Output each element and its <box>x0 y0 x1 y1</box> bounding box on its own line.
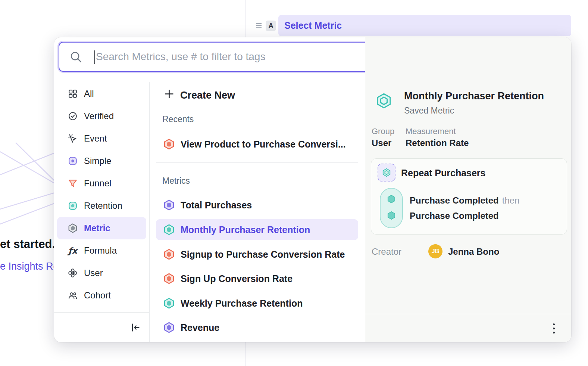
hexagon-orange-icon <box>163 273 175 284</box>
metric-item-total-purchases[interactable]: Total Purchases <box>156 195 358 215</box>
hexagon-purple-icon <box>163 322 175 333</box>
sidebar-item-label: User <box>84 268 103 278</box>
select-metric-field[interactable]: Select Metric <box>278 15 571 36</box>
sidebar-item-formula[interactable]: Formula <box>57 239 146 262</box>
recent-metric-item[interactable]: View Product to Purchase Conversi... <box>156 134 358 155</box>
creator-label: Creator <box>372 246 401 257</box>
detail-footer <box>365 314 572 342</box>
sidebar-item-retention[interactable]: Retention <box>57 195 146 217</box>
sidebar-item-label: Simple <box>84 156 111 166</box>
cohort-people-icon <box>68 290 78 301</box>
metric-picker-modal: All Verified Event Simple <box>54 37 571 342</box>
hexagon-orange-icon <box>163 139 175 150</box>
metric-item-label: View Product to Purchase Conversi... <box>181 139 346 150</box>
grid-icon <box>68 89 78 99</box>
metric-detail-panel: Monthly Purchaser Retention Saved Metric… <box>365 37 571 342</box>
metric-item-label: Weekly Purchase Retention <box>181 298 303 309</box>
verified-badge-icon <box>68 111 78 121</box>
step-2: Purchase Completed <box>410 211 499 221</box>
recents-header: Recents <box>162 114 194 124</box>
creator-avatar: JB <box>428 244 442 258</box>
metric-item-label: Sign Up Conversion Rate <box>181 273 293 284</box>
detail-title: Monthly Purchaser Retention <box>404 90 544 102</box>
metric-hexagon-icon <box>68 223 78 233</box>
plus-icon <box>164 89 174 102</box>
sidebar-footer-divider <box>54 312 149 313</box>
sidebar-item-verified[interactable]: Verified <box>57 105 146 127</box>
background-heading: et started. <box>0 238 55 251</box>
create-new-label: Create New <box>180 90 235 101</box>
sidebar-item-label: Event <box>84 133 107 144</box>
collapse-left-icon <box>130 322 141 334</box>
saved-metric-hexagon-icon <box>376 93 392 111</box>
step-1: Purchase Completedthen <box>410 195 519 206</box>
metric-list-column: Create New Recents View Product to Purch… <box>149 37 365 342</box>
metric-item-signup-to-purchase[interactable]: Signup to Purchase Conversion Rate <box>156 244 358 265</box>
step-2-event: Purchase Completed <box>410 211 499 221</box>
metric-item-weekly-purchase-retention[interactable]: Weekly Purchase Retention <box>156 293 358 314</box>
metrics-header: Metrics <box>162 176 190 186</box>
creator-name: Jenna Bono <box>448 246 499 257</box>
group-value: User <box>372 138 391 148</box>
hexagon-teal-icon <box>163 224 175 235</box>
sidebar-item-cohort[interactable]: Cohort <box>57 284 146 307</box>
user-flower-icon <box>68 268 78 278</box>
measurement-label: Measurement <box>406 127 456 136</box>
card-title: Repeat Purchasers <box>401 168 486 179</box>
metric-item-label: Revenue <box>181 322 219 333</box>
sidebar-item-metric[interactable]: Metric <box>57 217 146 239</box>
sidebar-item-label: Metric <box>84 223 110 233</box>
sidebar-item-label: Formula <box>84 245 117 256</box>
sidebar-item-all[interactable]: All <box>57 83 146 105</box>
category-sidebar: All Verified Event Simple <box>54 83 149 307</box>
retention-steps-pill <box>380 188 403 228</box>
hexagon-orange-icon <box>163 249 175 260</box>
background-insights-link[interactable]: e Insights Re <box>0 261 59 272</box>
metric-item-label: Monthly Purchaser Retention <box>181 224 310 235</box>
sidebar-item-user[interactable]: User <box>57 262 146 284</box>
cursor-click-icon <box>68 133 78 144</box>
step-1-event: Purchase Completed <box>410 195 499 205</box>
drag-handle-icon[interactable] <box>256 22 262 30</box>
sidebar-item-label: Retention <box>84 201 122 211</box>
retention-icon <box>68 201 78 211</box>
simple-square-icon <box>68 156 78 166</box>
metric-definition-card: Repeat Purchasers Purchase Completedthen… <box>371 158 567 235</box>
group-label: Group <box>372 127 394 136</box>
metric-item-revenue[interactable]: Revenue <box>156 317 358 338</box>
step-hexagon-icon <box>387 211 396 222</box>
sidebar-item-label: All <box>84 89 94 99</box>
metric-item-signup-conversion-rate[interactable]: Sign Up Conversion Rate <box>156 268 358 289</box>
create-new-button[interactable]: Create New <box>164 85 235 106</box>
metric-item-label: Total Purchases <box>181 200 252 211</box>
list-section-divider <box>156 162 358 163</box>
step-connector: then <box>502 195 520 205</box>
detail-subtitle: Saved Metric <box>404 106 454 116</box>
metric-item-monthly-purchaser-retention[interactable]: Monthly Purchaser Retention <box>156 219 358 240</box>
hexagon-purple-icon <box>163 199 175 211</box>
funnel-icon <box>68 178 78 189</box>
sidebar-item-simple[interactable]: Simple <box>57 150 146 172</box>
sidebar-item-event[interactable]: Event <box>57 127 146 150</box>
formula-icon <box>68 245 78 256</box>
select-metric-label: Select Metric <box>284 20 342 31</box>
more-options-button[interactable] <box>546 320 561 336</box>
sidebar-item-funnel[interactable]: Funnel <box>57 172 146 195</box>
collapse-sidebar-button[interactable] <box>127 320 144 336</box>
hexagon-teal-icon <box>163 298 175 309</box>
measurement-value: Retention Rate <box>406 138 469 148</box>
sidebar-item-label: Cohort <box>84 290 111 301</box>
metric-item-label: Signup to Purchase Conversion Rate <box>181 249 345 260</box>
step-hexagon-icon <box>387 194 396 205</box>
retention-step-icon <box>378 164 395 182</box>
page: et started. e Insights Re A Select Metri… <box>0 0 588 366</box>
metric-letter-badge: A <box>266 21 276 31</box>
sidebar-item-label: Funnel <box>84 178 111 189</box>
sidebar-item-label: Verified <box>84 111 114 121</box>
